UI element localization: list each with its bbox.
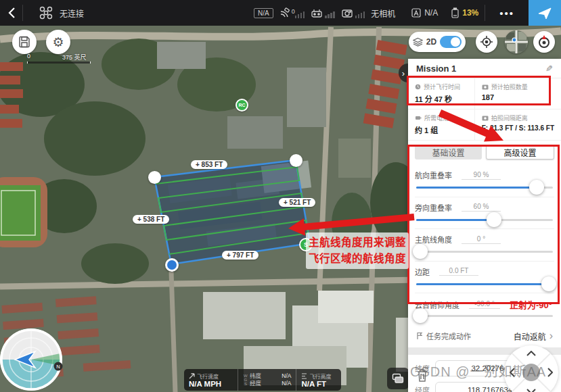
course-angle-slider[interactable] — [416, 251, 553, 253]
datum-label: WGS — [243, 374, 248, 386]
gimbal-annotation: 正射为-90° — [510, 298, 552, 311]
watermark: CSDN @一别如斯AA — [410, 361, 546, 381]
airplane-icon — [537, 5, 552, 20]
north-label: N — [56, 364, 60, 370]
minimap-thumbnail — [505, 30, 528, 53]
speed-icon — [189, 373, 195, 379]
map-mode-pill: 2D — [409, 32, 466, 52]
dpad-right-icon[interactable] — [547, 368, 553, 377]
dpad-down-icon[interactable] — [526, 389, 536, 392]
satellite-count: 0 — [292, 8, 295, 15]
margin-slider[interactable] — [416, 283, 553, 285]
crosshair-icon — [480, 35, 493, 49]
minimap-button[interactable] — [505, 30, 528, 53]
map-scale-end: 375 英尺 — [62, 53, 87, 62]
telemetry-coords: WGS 纬度N/A 经度N/A — [238, 369, 296, 391]
polygon-vertex-handle-selected[interactable] — [165, 258, 179, 272]
polygon-vertex-handle[interactable] — [148, 171, 161, 184]
compass-reset-button[interactable] — [533, 31, 555, 53]
slider-row-gimbal-pitch: 云台俯仰角度-90.0 °正射为-90° — [415, 293, 554, 325]
stat-battery-count: 所需电池数 约 1 组 — [408, 109, 475, 141]
side-overlap-value[interactable]: 60 % — [462, 203, 501, 212]
course-angle-value[interactable]: 0 ° — [462, 235, 501, 244]
flight-compass: N — [0, 327, 66, 392]
back-icon[interactable] — [8, 7, 16, 19]
side-overlap-slider[interactable] — [416, 219, 553, 221]
margin-value[interactable]: 0.0 FT — [439, 267, 478, 276]
divider — [485, 5, 485, 21]
app-screen: S RC + 853 FT + 521 FT + 538 FT + 797 FT… — [0, 0, 561, 392]
tab-basic-settings[interactable]: 基础设置 — [415, 145, 482, 160]
map-mode-toggle[interactable] — [440, 36, 462, 48]
map-scale-bar — [27, 62, 91, 64]
battery-icon — [451, 7, 459, 19]
satellite-icon — [279, 7, 291, 18]
telemetry-altitude: 飞行高度 N/A FT — [296, 369, 341, 391]
camera-signal-icon — [341, 8, 353, 18]
mission-stats: 预计飞行时间 11 分 47 秒 预计拍照数量 187 所需电池数 约 1 组 … — [408, 78, 561, 141]
edit-mission-icon[interactable]: ✎ — [545, 64, 553, 74]
flight-mode-icon — [411, 7, 422, 18]
camera-status: 无相机 — [371, 7, 395, 19]
more-menu-button[interactable]: ••• — [491, 7, 522, 19]
stat-photo-count: 预计拍照数量 187 — [475, 78, 561, 109]
finish-action-row[interactable]: 任务完成动作 自动返航 › — [408, 325, 561, 347]
mission-panel: Mission 1 ✎ 预计飞行时间 11 分 47 秒 预计拍照数量 187 … — [408, 59, 561, 392]
stat-flight-time: 预计飞行时间 11 分 47 秒 — [408, 78, 475, 109]
map-scale-start: 0 — [27, 53, 30, 59]
clock-icon — [415, 84, 421, 90]
layers-icon — [413, 37, 423, 47]
locate-me-button[interactable] — [476, 31, 497, 53]
remote-controller-icon — [311, 8, 323, 18]
telemetry-speed: 飞行速度 N/A MPH — [184, 369, 238, 391]
forward-overlap-value[interactable]: 90 % — [462, 171, 501, 180]
slider-row-margin: 边距0.0 FT — [415, 262, 554, 294]
slider-row-side-overlap: 旁向重叠率60 % — [415, 197, 554, 230]
advanced-settings-sliders: 航向重叠率90 % 旁向重叠率60 % 主航线角度0 ° 边距0.0 FT 云台… — [408, 165, 561, 325]
save-mission-button[interactable] — [12, 30, 37, 54]
gps-mode-badge: N/A — [254, 8, 273, 18]
gimbal-pitch-slider[interactable] — [416, 315, 553, 317]
connection-status: 无连接 — [60, 7, 84, 19]
slider-row-forward-overlap: 航向重叠率90 % — [415, 165, 554, 197]
stat-photo-interval: 拍照间隔距离 F: 21.3 FT / S: 113.6 FT — [475, 109, 561, 141]
edge-length-label-top: + 853 FT — [191, 160, 227, 169]
gimbal-pitch-value[interactable]: -90.0 ° — [469, 300, 500, 309]
flight-mode-value: N/A — [424, 8, 438, 18]
telemetry-bar: 飞行速度 N/A MPH WGS 纬度N/A 经度N/A 飞行高度 N/A FT — [184, 369, 341, 391]
annotation-note: 主航线角度用来调整 飞行区域的航线角度 — [306, 232, 409, 269]
mission-settings-button[interactable]: ⚙ — [46, 30, 70, 54]
edge-length-label-right: + 521 FT — [279, 198, 315, 207]
edge-length-label-left: + 538 FT — [133, 215, 169, 224]
status-bar: 无连接 N/A 0 无相机 N/A 1 — [0, 0, 561, 26]
map-type-icon — [392, 373, 404, 384]
tab-advanced-settings[interactable]: 高级设置 — [486, 145, 554, 160]
camera-icon — [482, 84, 489, 90]
dpad-up-icon[interactable] — [526, 351, 536, 356]
mission-title: Mission 1 — [416, 64, 456, 74]
save-icon — [18, 36, 30, 48]
interval-icon — [482, 115, 489, 121]
battery-small-icon — [415, 115, 422, 121]
satellite-signal-bars — [295, 11, 305, 18]
altitude-icon — [301, 373, 307, 379]
map-layer-button[interactable] — [387, 368, 409, 389]
rc-location-marker: RC — [235, 99, 248, 112]
map-mode-label: 2D — [426, 37, 436, 47]
takeoff-button[interactable] — [529, 0, 561, 26]
settings-tabs: 基础设置 高级设置 — [408, 141, 561, 165]
video-signal-bars — [355, 11, 365, 18]
aircraft-icon — [39, 6, 53, 20]
forward-overlap-slider[interactable] — [416, 187, 553, 189]
finish-action-value: 自动返航 — [514, 330, 546, 342]
slider-row-course-angle: 主航线角度0 ° — [415, 229, 554, 262]
battery-percent: 13% — [462, 8, 478, 18]
gear-icon: ⚙ — [52, 36, 64, 49]
divider — [22, 5, 23, 21]
flag-icon — [416, 332, 423, 340]
chevron-right-icon: › — [549, 333, 553, 339]
polygon-vertex-handle[interactable] — [290, 154, 302, 167]
rc-signal-bars — [325, 11, 335, 18]
compass-needle-icon — [537, 34, 552, 49]
edge-length-label-bottom: + 797 FT — [222, 251, 259, 260]
